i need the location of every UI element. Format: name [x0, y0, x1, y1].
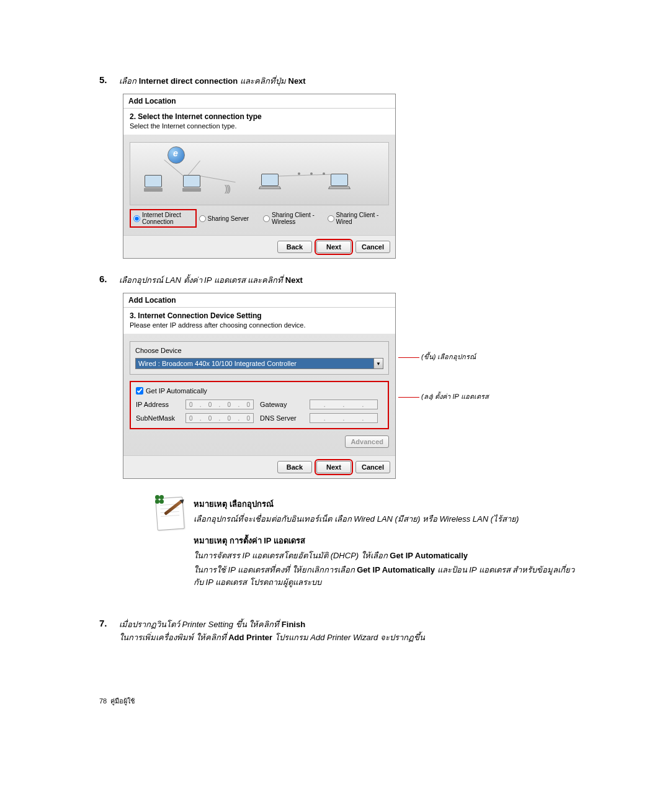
dns-input[interactable]: . . .: [310, 413, 378, 423]
note-text-3: ในการใช้ IP แอดเดรสที่คงที่ ให้ยกเลิกการ…: [194, 564, 583, 588]
text: เลือกอุปกรณ์ LAN ตั้งค่า IP แอดเดรส และค…: [119, 275, 285, 285]
choose-device-box: Choose Device Wired : Broadcom 440x 10/1…: [130, 341, 389, 375]
step-5-text: เลือก Internet direct connection และคลิก…: [119, 74, 583, 87]
radio-sharing-server[interactable]: Sharing Server: [197, 209, 261, 228]
dialog-subtext: Select the Internet connection type.: [130, 122, 389, 130]
note-text-1: เลือกอุปกรณ์ที่จะเชื่อมต่อกับอินเทอร์เน็…: [194, 513, 583, 525]
ie-globe-icon: [168, 146, 185, 164]
dialog-add-location-1: Add Location 2. Select the Internet conn…: [123, 94, 396, 259]
ip-address-input[interactable]: 0. 0. 0. 0: [185, 399, 254, 409]
next-button[interactable]: Next: [316, 241, 351, 253]
laptop-icon: [329, 174, 350, 192]
note-heading-1: หมายเหตุ เลือกอุปกรณ์: [194, 497, 583, 511]
gateway-label: Gateway: [260, 401, 303, 408]
step-7-text: เมื่อปรากฏวินโดว์ Printer Setting ขึ้น ใ…: [119, 618, 583, 644]
device-value: Wired : Broadcom 440x 10/100 Integrated …: [135, 358, 373, 369]
subnet-input[interactable]: 0. 0. 0. 0: [185, 413, 254, 423]
note-text-2: ในการจัดสรร IP แอดเดรสโดยอัตโนมัติ (DHCP…: [194, 550, 583, 562]
computer-icon: [181, 175, 202, 194]
cancel-button[interactable]: Cancel: [355, 461, 390, 473]
choose-device-label: Choose Device: [135, 347, 383, 354]
footer-label: คู่มือผู้ใช้: [110, 697, 135, 705]
text-bold: Finish: [282, 620, 305, 629]
dialog-heading: 3. Internet Connection Device Setting: [130, 311, 389, 320]
step-7: 7. เมื่อปรากฏวินโดว์ Printer Setting ขึ้…: [99, 618, 583, 650]
cancel-button[interactable]: Cancel: [355, 241, 390, 253]
note-block: หมายเหตุ เลือกอุปกรณ์ เลือกอุปกรณ์ที่จะเ…: [156, 497, 583, 597]
page-number: 78: [99, 697, 107, 705]
computer-icon: [143, 175, 164, 194]
radio-label: Sharing Client - Wired: [336, 212, 387, 225]
note-icon: [156, 497, 184, 530]
device-dropdown[interactable]: Wired : Broadcom 440x 10/100 Integrated …: [135, 358, 383, 369]
step-6: 6. เลือกอุปกรณ์ LAN ตั้งค่า IP แอดเดรส แ…: [99, 274, 583, 603]
advanced-button[interactable]: Advanced: [345, 435, 389, 448]
next-button[interactable]: Next: [316, 461, 351, 473]
radio-internet-direct[interactable]: Internet Direct Connection: [130, 209, 197, 228]
get-ip-auto-checkbox[interactable]: Get IP Automatically: [136, 387, 383, 395]
step-number: 7.: [99, 618, 119, 628]
ip-address-label: IP Address: [136, 401, 179, 408]
radio-label: Sharing Client - Wireless: [272, 212, 323, 225]
chevron-down-icon[interactable]: ▼: [373, 358, 383, 369]
radio-label: Sharing Server: [208, 215, 249, 222]
radio-input[interactable]: [199, 215, 206, 222]
laptop-icon: [259, 174, 280, 192]
annotation-ip-settings: (ลง) ตั้งค่า IP แอดเดรส: [398, 391, 489, 402]
gateway-input[interactable]: . . .: [310, 399, 378, 409]
text-bold: Next: [288, 76, 306, 86]
back-button[interactable]: Back: [277, 241, 312, 253]
dialog-subtext: Please enter IP address after choosing c…: [130, 321, 389, 329]
radio-label: Internet Direct Connection: [142, 212, 193, 225]
step-6-text: เลือกอุปกรณ์ LAN ตั้งค่า IP แอดเดรส และค…: [119, 274, 583, 287]
radio-input[interactable]: [263, 215, 270, 222]
dialog-title: Add Location: [123, 94, 395, 109]
network-diagram: ))): [130, 142, 389, 205]
dialog-heading: 2. Select the Internet connection type: [130, 112, 389, 121]
text: เลือก: [119, 76, 139, 86]
note-heading-2: หมายเหตุ การตั้งค่า IP แอดเดรส: [194, 534, 583, 547]
subnet-label: SubNetMask: [136, 414, 179, 422]
dialog-add-location-2: Add Location 3. Internet Connection Devi…: [123, 293, 396, 479]
text: โปรแกรม Add Printer Wizard จะปรากฏขึ้น: [272, 633, 425, 642]
wireless-waves-icon: ))): [225, 184, 230, 194]
radio-input[interactable]: [328, 215, 334, 222]
radio-sharing-wired[interactable]: Sharing Client - Wired: [325, 209, 390, 228]
step-number: 6.: [99, 274, 119, 284]
connection-type-radio-group: Internet Direct Connection Sharing Serve…: [130, 209, 389, 228]
dns-label: DNS Server: [260, 414, 303, 422]
annotation-choose-device: (ขึ้น) เลือกอุปกรณ์: [398, 351, 476, 362]
step-5: 5. เลือก Internet direct connection และค…: [99, 74, 583, 259]
dialog-title: Add Location: [123, 293, 395, 308]
text-bold: Next: [285, 275, 303, 285]
page-footer: 78 คู่มือผู้ใช้: [99, 695, 135, 707]
text-bold: Add Printer: [228, 633, 272, 642]
checkbox-input[interactable]: [136, 387, 143, 395]
radio-input[interactable]: [133, 215, 140, 222]
back-button[interactable]: Back: [277, 461, 312, 473]
step-number: 5.: [99, 74, 119, 85]
ip-settings-box: Get IP Automatically IP Address 0. 0. 0.…: [130, 381, 389, 429]
text-bold: Internet direct connection: [139, 76, 238, 86]
text: เมื่อปรากฏวินโดว์ Printer Setting ขึ้น ใ…: [119, 620, 282, 629]
text: และคลิกที่ปุ่ม: [238, 76, 288, 86]
text: ในการเพิ่มเครื่องพิมพ์ ให้คลิกที่: [119, 633, 228, 642]
checkbox-label: Get IP Automatically: [146, 387, 207, 395]
radio-sharing-wireless[interactable]: Sharing Client - Wireless: [261, 209, 325, 228]
